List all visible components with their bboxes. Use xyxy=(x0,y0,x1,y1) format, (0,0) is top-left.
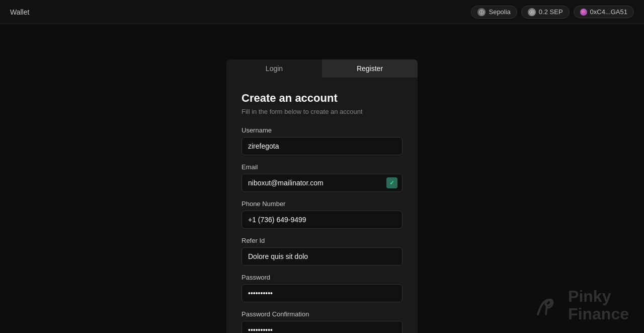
password-confirm-group: Password Confirmation xyxy=(242,310,403,333)
network-icon xyxy=(477,8,486,16)
network-badge[interactable]: Sepolia xyxy=(471,6,517,19)
tabs: Login Register xyxy=(226,59,418,78)
email-group: Email xyxy=(242,163,403,192)
refer-group: Refer Id xyxy=(242,237,403,265)
phone-label: Phone Number xyxy=(242,200,403,208)
network-label: Sepolia xyxy=(489,8,510,16)
phone-input[interactable] xyxy=(242,211,403,229)
email-input[interactable] xyxy=(242,174,403,192)
phone-input-wrapper xyxy=(242,211,403,229)
password-group: Password xyxy=(242,274,403,302)
form-title: Create an account xyxy=(242,92,403,105)
watermark: Pinky Finance xyxy=(532,288,629,323)
balance-label: 0.2 SEP xyxy=(539,8,563,16)
username-input-wrapper xyxy=(242,137,403,155)
pinky-finance-logo-icon xyxy=(532,290,562,320)
register-form-card: Create an account Fill in the form below… xyxy=(226,78,418,333)
refer-input[interactable] xyxy=(242,247,403,265)
main-content: Login Register Create an account Fill in… xyxy=(0,24,644,333)
email-verified-icon xyxy=(386,177,397,188)
brand-name2: Finance xyxy=(568,305,629,323)
password-input[interactable] xyxy=(242,284,403,302)
tab-login[interactable]: Login xyxy=(226,59,322,78)
phone-group: Phone Number xyxy=(242,200,403,229)
navbar: Wallet Sepolia 0.2 SEP 0xC4...GA51 xyxy=(0,0,644,24)
username-group: Username xyxy=(242,126,403,155)
refer-label: Refer Id xyxy=(242,237,403,244)
password-label: Password xyxy=(242,274,403,281)
email-label: Email xyxy=(242,163,403,171)
refer-input-wrapper xyxy=(242,247,403,265)
form-subtitle: Fill in the form below to create an acco… xyxy=(242,108,403,115)
auth-container: Login Register Create an account Fill in… xyxy=(226,59,418,333)
wallet-avatar xyxy=(580,9,587,16)
address-label: 0xC4...GA51 xyxy=(590,8,627,16)
email-input-wrapper xyxy=(242,174,403,192)
navbar-right: Sepolia 0.2 SEP 0xC4...GA51 xyxy=(471,6,634,19)
wallet-logo: Wallet xyxy=(10,8,29,16)
username-input[interactable] xyxy=(242,137,403,155)
password-input-wrapper xyxy=(242,284,403,302)
address-badge[interactable]: 0xC4...GA51 xyxy=(574,6,634,18)
password-confirm-input-wrapper xyxy=(242,321,403,333)
sep-icon xyxy=(528,8,536,16)
username-label: Username xyxy=(242,126,403,134)
watermark-text-block: Pinky Finance xyxy=(568,288,629,323)
balance-badge[interactable]: 0.2 SEP xyxy=(521,6,570,19)
password-confirm-label: Password Confirmation xyxy=(242,310,403,318)
svg-point-2 xyxy=(531,11,533,13)
password-confirm-input[interactable] xyxy=(242,321,403,333)
brand-name: Pinky xyxy=(568,288,629,305)
tab-register[interactable]: Register xyxy=(322,59,418,78)
